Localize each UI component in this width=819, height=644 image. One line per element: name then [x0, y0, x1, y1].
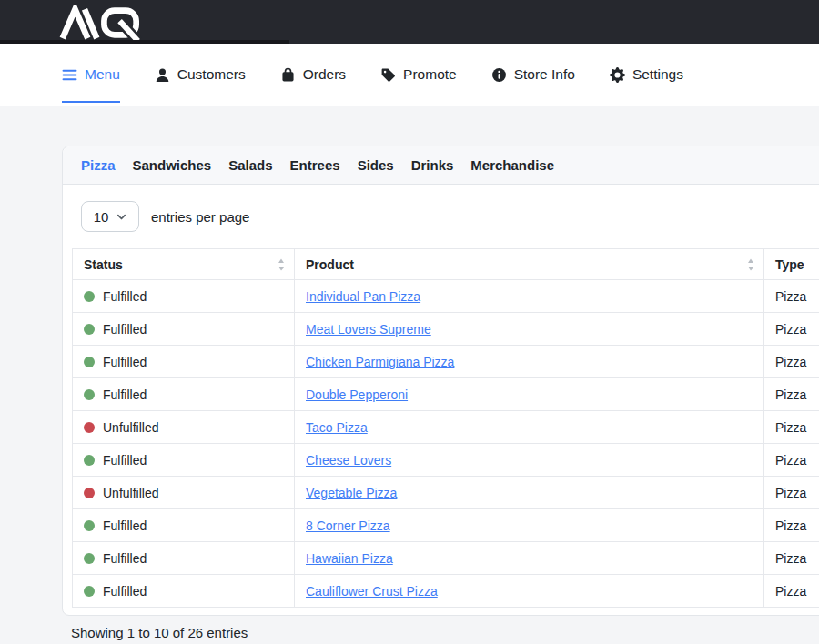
table-row: Fulfilled Individual Pan Pizza Pizza	[73, 280, 819, 313]
product-cell: Individual Pan Pizza	[295, 280, 764, 313]
type-cell: Pizza	[764, 313, 819, 346]
status-label: Unfulfilled	[103, 486, 158, 500]
product-cell: Meat Lovers Supreme	[295, 313, 764, 346]
product-cell: 8 Corner Pizza	[295, 509, 764, 542]
primary-nav: Menu Customers Orders Promote Store Info…	[0, 44, 819, 106]
product-link[interactable]: Hawaiian Pizza	[306, 551, 393, 566]
product-cell: Chicken Parmigiana Pizza	[295, 346, 764, 378]
products-table: StatusProductType Fulfilled Individual P…	[72, 248, 819, 608]
status-cell: Fulfilled	[73, 378, 295, 411]
status-cell: Fulfilled	[73, 346, 295, 378]
status-dot	[84, 357, 95, 367]
status-cell: Fulfilled	[73, 575, 295, 608]
nav-item-label: Settings	[632, 66, 683, 83]
product-link[interactable]: Chicken Parmigiana Pizza	[306, 355, 454, 369]
nav-item-orders[interactable]: Orders	[280, 44, 346, 106]
menu-card: Pizza Sandwiches Salads Entrees Sides Dr…	[62, 146, 819, 616]
type-cell: Pizza	[764, 542, 819, 575]
status-label: Fulfilled	[103, 289, 147, 304]
status-label: Fulfilled	[103, 518, 147, 533]
status-dot	[84, 455, 95, 466]
product-link[interactable]: Taco Pizza	[306, 420, 368, 435]
product-cell: Cheese Lovers	[295, 444, 764, 477]
table-row: Fulfilled Hawaiian Pizza Pizza	[73, 542, 819, 575]
status-cell: Fulfilled	[73, 313, 295, 346]
page-size-select[interactable]: 10	[81, 201, 139, 232]
table-row: Unfulfilled Taco Pizza Pizza	[73, 411, 819, 444]
status-cell: Fulfilled	[73, 542, 295, 575]
entries-per-page-label: entries per page	[151, 209, 249, 225]
tab-sides[interactable]: Sides	[358, 157, 394, 173]
status-cell: Fulfilled	[73, 280, 295, 313]
status-dot	[84, 422, 95, 433]
product-cell: Vegetable Pizza	[295, 477, 764, 509]
status-dot	[84, 586, 95, 597]
header-accent-strip	[0, 40, 289, 44]
table-row: Fulfilled Chicken Parmigiana Pizza Pizza	[73, 346, 819, 378]
product-link[interactable]: Individual Pan Pizza	[306, 289, 420, 304]
type-cell: Pizza	[764, 346, 819, 378]
product-link[interactable]: 8 Corner Pizza	[306, 518, 390, 533]
hamburger-menu-icon	[62, 67, 77, 83]
brand-logo	[58, 5, 166, 41]
product-link[interactable]: Meat Lovers Supreme	[306, 322, 431, 337]
status-dot	[84, 488, 95, 498]
type-cell: Pizza	[764, 509, 819, 542]
status-cell: Unfulfilled	[73, 411, 295, 444]
status-label: Unfulfilled	[103, 420, 158, 435]
tab-drinks[interactable]: Drinks	[411, 157, 454, 173]
nav-item-store-info[interactable]: Store Info	[491, 44, 575, 106]
table-row: Fulfilled Cheese Lovers Pizza	[73, 444, 819, 477]
nav-item-promote[interactable]: Promote	[380, 44, 457, 106]
type-cell: Pizza	[764, 444, 819, 477]
product-link[interactable]: Cheese Lovers	[306, 453, 391, 468]
product-link[interactable]: Vegetable Pizza	[306, 486, 397, 500]
status-label: Fulfilled	[103, 387, 147, 402]
status-label: Fulfilled	[103, 453, 147, 468]
table-row: Fulfilled Cauliflower Crust Pizza Pizza	[73, 575, 819, 608]
product-cell: Double Pepperoni	[295, 378, 764, 411]
column-header-product[interactable]: Product	[295, 249, 764, 280]
status-dot	[84, 291, 95, 302]
status-dot	[84, 389, 95, 400]
status-dot	[84, 520, 95, 531]
tab-sandwiches[interactable]: Sandwiches	[133, 157, 212, 173]
nav-item-customers[interactable]: Customers	[155, 44, 246, 106]
status-label: Fulfilled	[103, 322, 147, 337]
tab-salads[interactable]: Salads	[228, 157, 272, 173]
product-link[interactable]: Cauliflower Crust Pizza	[306, 584, 438, 599]
status-dot	[84, 553, 95, 564]
status-cell: Fulfilled	[73, 509, 295, 542]
type-cell: Pizza	[764, 378, 819, 411]
column-header-status[interactable]: Status	[73, 249, 295, 280]
tab-merchandise[interactable]: Merchandise	[470, 157, 554, 173]
nav-item-settings[interactable]: Settings	[610, 44, 683, 106]
status-label: Fulfilled	[103, 355, 147, 369]
chevron-down-icon	[116, 212, 126, 222]
status-label: Fulfilled	[103, 584, 147, 599]
status-label: Fulfilled	[103, 551, 147, 566]
nav-item-label: Customers	[177, 66, 246, 83]
product-link[interactable]: Double Pepperoni	[306, 387, 408, 402]
tab-pizza[interactable]: Pizza	[81, 157, 116, 173]
category-tab-bar: Pizza Sandwiches Salads Entrees Sides Dr…	[63, 146, 819, 185]
nav-item-label: Orders	[303, 66, 346, 83]
tab-entrees[interactable]: Entrees	[290, 157, 340, 173]
table-row: Fulfilled Meat Lovers Supreme Pizza	[73, 313, 819, 346]
nav-item-label: Menu	[85, 66, 120, 83]
status-cell: Fulfilled	[73, 444, 295, 477]
nav-item-label: Promote	[403, 66, 457, 83]
type-cell: Pizza	[764, 477, 819, 509]
nav-item-menu[interactable]: Menu	[62, 44, 120, 106]
status-dot	[84, 324, 95, 335]
info-circle-icon	[491, 67, 507, 83]
page-size-value: 10	[94, 209, 109, 225]
person-icon	[155, 67, 170, 83]
nav-item-label: Store Info	[514, 66, 575, 83]
product-cell: Hawaiian Pizza	[295, 542, 764, 575]
table-row: Unfulfilled Vegetable Pizza Pizza	[73, 477, 819, 509]
gear-icon	[610, 67, 625, 83]
status-cell: Unfulfilled	[73, 477, 295, 509]
table-header-row: StatusProductType	[73, 249, 819, 280]
type-cell: Pizza	[764, 280, 819, 313]
